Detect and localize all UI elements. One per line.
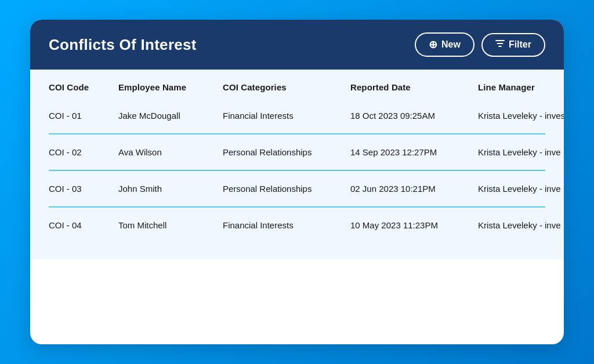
cell-line-manager-2: Krista Leveleky - inve ... (478, 147, 564, 157)
cell-employee-name-2: Ava Wilson (118, 147, 223, 157)
cell-employee-name-3: John Smith (118, 184, 223, 194)
col-header-reported-date: Reported Date (350, 82, 478, 92)
data-table: COI Code Employee Name COI Categories Re… (49, 70, 545, 243)
new-button-label: New (441, 39, 461, 50)
col-header-coi-code: COI Code (49, 82, 118, 92)
cell-line-manager-4: Krista Leveleky - inve ... (478, 220, 564, 230)
table-row[interactable]: COI - 04 Tom Mitchell Financial Interest… (49, 208, 545, 243)
cell-reported-date-1: 18 Oct 2023 09:25AM (350, 111, 478, 121)
cell-coi-categories-3: Personal Relationships (223, 184, 350, 194)
filter-button[interactable]: Filter (481, 33, 545, 57)
table-row[interactable]: COI - 03 John Smith Personal Relationshi… (49, 171, 545, 208)
cell-reported-date-3: 02 Jun 2023 10:21PM (350, 184, 478, 194)
plus-icon: ⊕ (429, 38, 437, 51)
col-header-line-manager: Line Manager (478, 82, 564, 92)
cell-line-manager-1: Krista Leveleky - investi ... (478, 111, 564, 121)
cell-coi-categories-4: Financial Interests (223, 220, 350, 230)
card-body: COI Code Employee Name COI Categories Re… (30, 70, 564, 259)
table-row[interactable]: COI - 02 Ava Wilson Personal Relationshi… (49, 134, 545, 171)
col-header-employee-name: Employee Name (118, 82, 223, 92)
cell-reported-date-4: 10 May 2023 11:23PM (350, 220, 478, 230)
header-actions: ⊕ New Filter (415, 32, 545, 57)
cell-employee-name-1: Jake McDougall (118, 111, 223, 121)
cell-reported-date-2: 14 Sep 2023 12:27PM (350, 147, 478, 157)
cell-employee-name-4: Tom Mitchell (118, 220, 223, 230)
main-card: Conflicts Of Interest ⊕ New Filter COI C… (30, 20, 564, 344)
cell-coi-categories-2: Personal Relationships (223, 147, 350, 157)
table-header: COI Code Employee Name COI Categories Re… (49, 70, 545, 98)
table-row[interactable]: COI - 01 Jake McDougall Financial Intere… (49, 98, 545, 134)
cell-coi-code-1: COI - 01 (49, 111, 118, 121)
page-title: Conflicts Of Interest (49, 36, 197, 54)
col-header-coi-categories: COI Categories (223, 82, 350, 92)
cell-line-manager-3: Krista Leveleky - inve ... (478, 184, 564, 194)
cell-coi-code-3: COI - 03 (49, 184, 118, 194)
new-button[interactable]: ⊕ New (415, 32, 475, 57)
cell-coi-code-4: COI - 04 (49, 220, 118, 230)
filter-icon (495, 39, 505, 51)
cell-coi-code-2: COI - 02 (49, 147, 118, 157)
filter-button-label: Filter (509, 39, 531, 50)
card-header: Conflicts Of Interest ⊕ New Filter (30, 20, 564, 70)
cell-coi-categories-1: Financial Interests (223, 111, 350, 121)
